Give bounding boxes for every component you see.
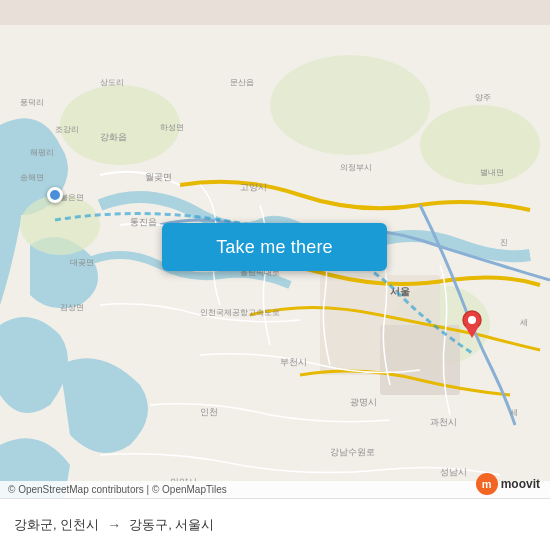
attribution-text: © OpenStreetMap contributors | © OpenMap… bbox=[8, 484, 227, 495]
svg-text:통진읍: 통진읍 bbox=[130, 217, 157, 227]
svg-text:의정부시: 의정부시 bbox=[340, 163, 372, 172]
svg-text:송해면: 송해면 bbox=[20, 173, 44, 182]
svg-text:월곶면: 월곶면 bbox=[145, 172, 172, 182]
svg-text:하성면: 하성면 bbox=[160, 123, 184, 132]
bottom-navigation-bar: 강화군, 인천시 → 강동구, 서울시 bbox=[0, 498, 550, 550]
moovit-logo: m moovit bbox=[476, 473, 540, 495]
svg-point-2 bbox=[20, 195, 100, 255]
svg-text:조강리: 조강리 bbox=[55, 125, 79, 134]
svg-text:인천국제공항고속도로: 인천국제공항고속도로 bbox=[200, 308, 280, 317]
route-destination: 강동구, 서울시 bbox=[129, 516, 214, 534]
svg-text:해평리: 해평리 bbox=[30, 148, 54, 157]
svg-text:대곶면: 대곶면 bbox=[70, 258, 94, 267]
svg-text:부천시: 부천시 bbox=[280, 357, 307, 367]
destination-pin bbox=[462, 310, 482, 344]
map-background: 강화읍 월곶면 통진읍 불은면 대곶면 김상면 고양시 의정부시 서울 부천시 … bbox=[0, 0, 550, 550]
svg-marker-41 bbox=[465, 326, 479, 338]
svg-text:풍덕리: 풍덕리 bbox=[20, 98, 44, 107]
svg-text:진: 진 bbox=[500, 238, 508, 247]
moovit-icon: m bbox=[476, 473, 498, 495]
take-me-there-button[interactable]: Take me there bbox=[162, 223, 387, 271]
svg-text:별내면: 별내면 bbox=[480, 168, 504, 177]
svg-text:강화읍: 강화읍 bbox=[100, 132, 127, 142]
svg-text:불은면: 불은면 bbox=[60, 193, 84, 202]
svg-text:김상면: 김상면 bbox=[60, 303, 84, 312]
svg-text:세: 세 bbox=[510, 408, 518, 417]
svg-text:인천: 인천 bbox=[200, 407, 218, 417]
svg-text:강남수원로: 강남수원로 bbox=[330, 447, 375, 457]
svg-text:양주: 양주 bbox=[475, 93, 491, 102]
attribution-bar: © OpenStreetMap contributors | © OpenMap… bbox=[0, 481, 550, 498]
svg-text:광명시: 광명시 bbox=[350, 397, 377, 407]
route-arrow-icon: → bbox=[107, 517, 121, 533]
svg-rect-7 bbox=[380, 325, 460, 395]
svg-text:과천시: 과천시 bbox=[430, 417, 457, 427]
svg-text:고양시: 고양시 bbox=[240, 182, 267, 192]
route-origin: 강화군, 인천시 bbox=[14, 516, 99, 534]
svg-text:성남시: 성남시 bbox=[440, 467, 467, 477]
moovit-label: moovit bbox=[501, 477, 540, 491]
svg-text:세: 세 bbox=[520, 318, 528, 327]
origin-marker bbox=[47, 187, 63, 203]
svg-point-42 bbox=[468, 316, 476, 324]
svg-point-3 bbox=[270, 55, 430, 155]
map-container: 강화읍 월곶면 통진읍 불은면 대곶면 김상면 고양시 의정부시 서울 부천시 … bbox=[0, 0, 550, 550]
svg-text:상도리: 상도리 bbox=[100, 78, 124, 87]
svg-text:문산읍: 문산읍 bbox=[230, 78, 254, 87]
